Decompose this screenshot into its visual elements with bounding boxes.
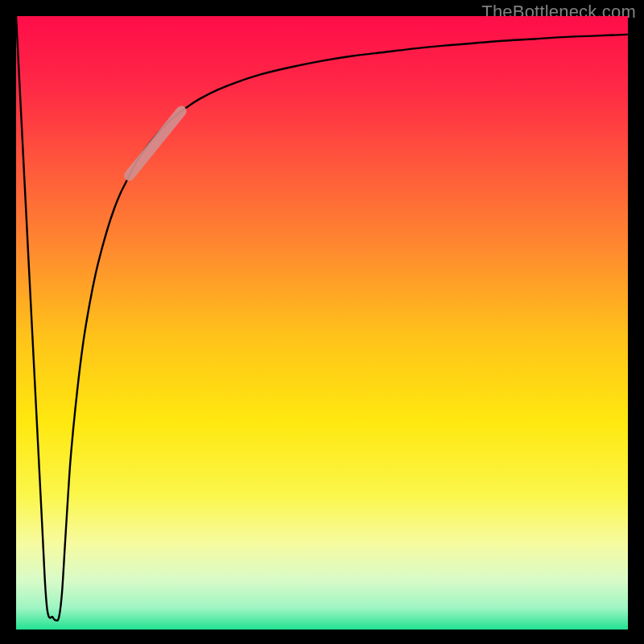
image-root: TheBottleneck.com <box>0 0 644 644</box>
bottleneck-chart <box>16 16 628 630</box>
chart-background-gradient <box>16 16 628 630</box>
